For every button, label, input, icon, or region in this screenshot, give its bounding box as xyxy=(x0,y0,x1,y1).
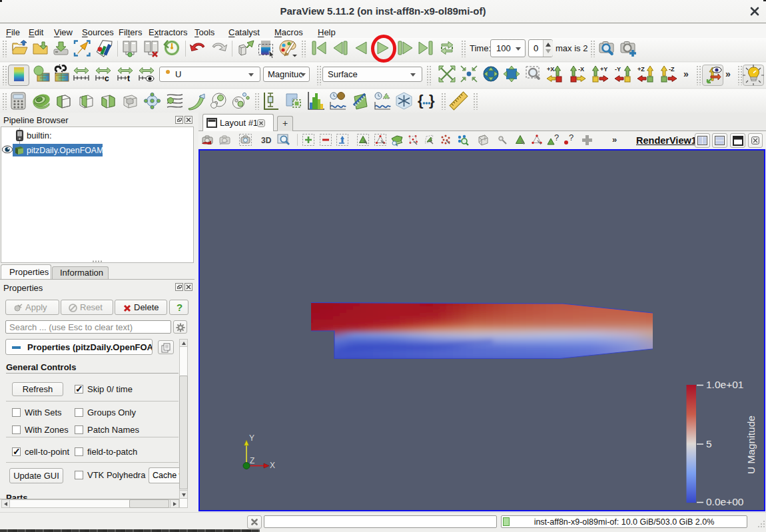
svg-text:-X: -X xyxy=(578,66,584,73)
svg-text:+X: +X xyxy=(547,66,554,73)
svg-text:?: ? xyxy=(569,133,574,142)
svg-text:5: 5 xyxy=(706,438,712,449)
svg-text:0.0e+00: 0.0e+00 xyxy=(706,496,744,507)
svg-text:1.0e+01: 1.0e+01 xyxy=(706,379,743,390)
svg-text:?: ? xyxy=(554,133,559,142)
svg-text:{: { xyxy=(418,92,424,109)
svg-text:U Magnitude: U Magnitude xyxy=(745,415,757,474)
svg-text:+Z: +Z xyxy=(637,66,645,73)
svg-text:Z: Z xyxy=(250,456,254,465)
svg-text:-Y: -Y xyxy=(615,66,621,73)
svg-text:-Z: -Z xyxy=(669,66,675,73)
svg-text:}: } xyxy=(429,92,435,109)
svg-text:Y: Y xyxy=(249,433,254,443)
svg-text:+Y: +Y xyxy=(600,66,607,73)
svg-text:t: t xyxy=(127,74,130,83)
svg-text:c: c xyxy=(105,74,109,83)
svg-text:X: X xyxy=(270,461,275,470)
